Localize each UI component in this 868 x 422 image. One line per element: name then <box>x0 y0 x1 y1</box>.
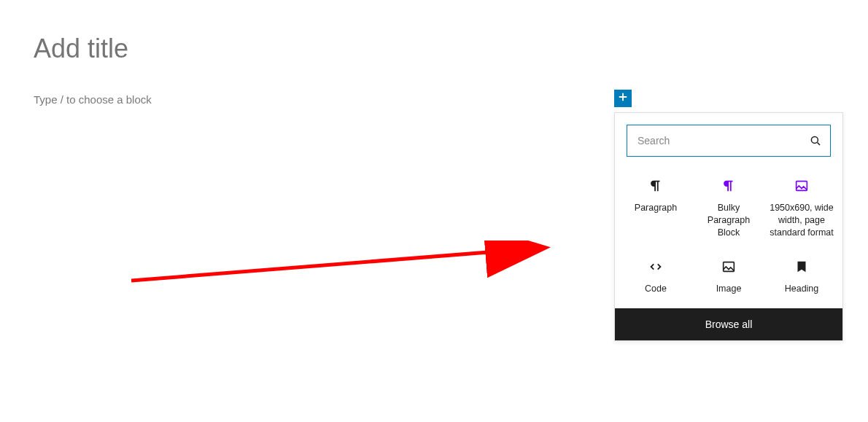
block-label: Bulky Paragraph Block <box>697 202 761 239</box>
image-icon <box>720 258 737 276</box>
block-label: 1950x690, wide width, page standard form… <box>770 202 834 239</box>
bookmark-icon <box>793 258 810 276</box>
block-label: Code <box>645 283 667 295</box>
search-icon <box>801 134 830 147</box>
image-icon <box>793 177 810 195</box>
block-item[interactable]: 1950x690, wide width, page standard form… <box>765 168 838 246</box>
block-item[interactable]: Paragraph <box>619 168 692 246</box>
pilcrow-icon <box>720 177 737 195</box>
add-block-button[interactable] <box>614 90 632 107</box>
annotation-arrow <box>131 241 562 292</box>
block-item[interactable]: Image <box>692 249 765 302</box>
block-item[interactable]: Bulky Paragraph Block <box>692 168 765 246</box>
pilcrow-icon <box>647 177 664 195</box>
svg-line-4 <box>131 248 543 281</box>
block-label: Image <box>716 283 742 295</box>
search-box <box>627 125 831 157</box>
plus-icon <box>616 90 629 106</box>
block-placeholder-hint[interactable]: Type / to choose a block <box>34 93 152 106</box>
title-input[interactable] <box>34 34 544 64</box>
block-label: Heading <box>785 283 819 295</box>
block-item[interactable]: Heading <box>765 249 838 302</box>
search-input[interactable] <box>627 125 801 156</box>
block-item[interactable]: Code <box>619 249 692 302</box>
svg-point-0 <box>811 136 818 143</box>
browse-all-button[interactable]: Browse all <box>615 308 842 340</box>
block-inserter-panel: ParagraphBulky Paragraph Block1950x690, … <box>614 112 843 341</box>
code-icon <box>647 258 664 276</box>
block-label: Paragraph <box>635 202 677 214</box>
